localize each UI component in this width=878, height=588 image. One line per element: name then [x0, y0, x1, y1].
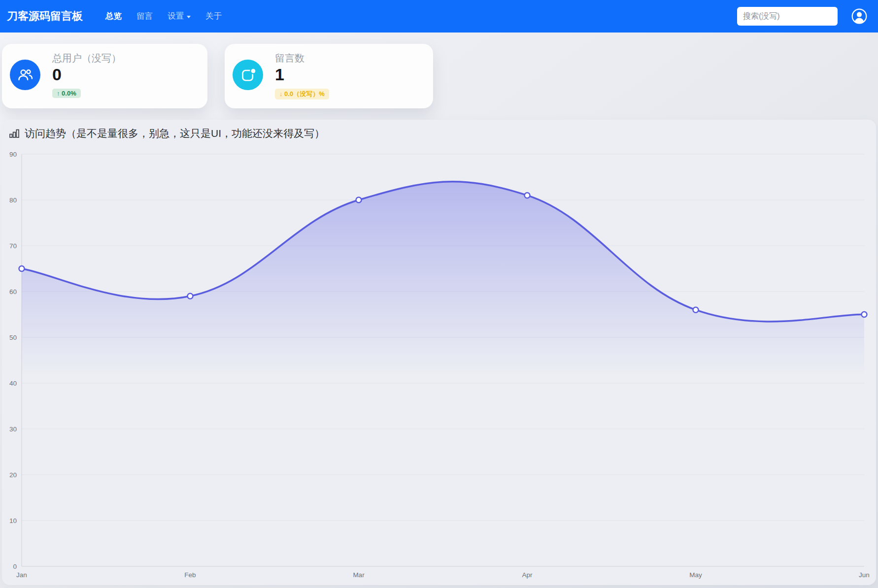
y-tick-label: 40	[9, 380, 17, 387]
visit-trend-panel: 访问趋势（是不是量很多，别急，这只是UI，功能还没来得及写） 010203040…	[2, 120, 876, 585]
y-tick-label: 20	[9, 471, 17, 479]
stat-card-message-count: 留言数 1 ↓ 0.0（没写）%	[225, 44, 433, 108]
nav-item-settings[interactable]: 设置	[168, 11, 191, 22]
person-circle-icon	[851, 8, 867, 24]
stat-title: 留言数	[275, 53, 304, 64]
nav-item-messages[interactable]: 留言	[136, 11, 153, 22]
trend-area-fill	[22, 182, 864, 566]
y-tick-label: 60	[9, 288, 17, 295]
nav-item-label: 总览	[105, 11, 122, 22]
y-tick-label: 50	[9, 334, 17, 341]
x-tick-label: Feb	[184, 571, 196, 579]
trend-badge-down: ↓ 0.0（没写）%	[275, 89, 329, 99]
y-tick-label: 70	[9, 242, 17, 250]
stat-card-total-users: 总用户（没写） 0 ↑ 0.0%	[2, 44, 207, 108]
stat-title: 总用户（没写）	[52, 53, 121, 64]
x-tick-label: Apr	[522, 571, 533, 579]
stat-value: 0	[52, 65, 62, 84]
trend-badge-up: ↑ 0.0%	[52, 89, 81, 98]
stats-row: 总用户（没写） 0 ↑ 0.0% 留言数 1 ↓ 0.0（没写）%	[2, 44, 433, 108]
user-avatar-button[interactable]	[851, 8, 867, 24]
stat-value: 1	[275, 65, 284, 84]
data-point[interactable]	[188, 294, 193, 299]
data-point[interactable]	[693, 307, 699, 313]
data-point[interactable]	[356, 197, 362, 203]
y-tick-label: 10	[9, 517, 17, 524]
chat-square-dot-icon	[233, 60, 263, 90]
x-tick-label: Jan	[16, 571, 27, 579]
x-tick-label: Jun	[859, 571, 870, 579]
nav-item-about[interactable]: 关于	[205, 11, 222, 22]
top-navbar: 刀客源码留言板 总览 留言 设置 关于	[0, 0, 878, 33]
chevron-down-icon	[187, 16, 191, 18]
y-tick-label: 30	[9, 425, 17, 433]
x-tick-label: Mar	[353, 571, 365, 579]
trend-line-chart: 0102030405060708090JanFebMarAprMayJun	[2, 120, 876, 585]
y-tick-label: 90	[9, 151, 17, 158]
brand-title: 刀客源码留言板	[7, 9, 83, 24]
x-tick-label: May	[689, 571, 702, 579]
nav-item-label: 设置	[168, 11, 184, 22]
nav-item-label: 留言	[136, 11, 153, 22]
data-point[interactable]	[862, 312, 867, 317]
y-tick-label: 0	[13, 563, 17, 570]
nav-item-label: 关于	[205, 11, 222, 22]
people-icon	[10, 60, 40, 90]
data-point[interactable]	[19, 266, 25, 271]
nav-item-overview[interactable]: 总览	[105, 11, 122, 22]
nav-links: 总览 留言 设置 关于	[105, 11, 737, 22]
data-point[interactable]	[525, 193, 530, 198]
y-tick-label: 80	[9, 196, 17, 204]
search-input[interactable]	[737, 7, 838, 26]
